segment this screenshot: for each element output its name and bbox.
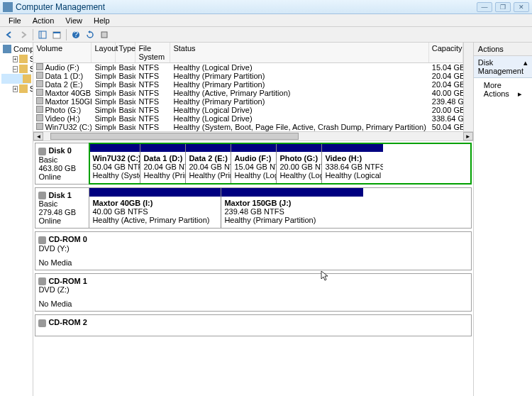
navigation-tree[interactable]: Computer Management +System Tools−Storag… — [0, 43, 33, 396]
cdrom-row[interactable]: CD-ROM 2 — [35, 314, 471, 336]
col-layout[interactable]: Layout — [92, 43, 116, 62]
expander-icon[interactable]: + — [13, 86, 18, 92]
expander-icon[interactable]: + — [13, 56, 18, 62]
settings-button[interactable] — [98, 28, 111, 41]
col-filesystem[interactable]: File System — [135, 43, 170, 62]
volume-status: Healthy (Logical Drive) — [170, 106, 428, 114]
partition-name: Audio (F:) — [234, 154, 273, 163]
center-pane: Volume Layout Type File System Status Ca… — [33, 43, 473, 396]
disk-info[interactable]: Disk 0Basic463.80 GBOnline — [35, 143, 89, 184]
tree-item[interactable]: Disk Management — [1, 74, 31, 84]
scroll-thumb[interactable] — [50, 133, 299, 140]
volume-fs: NTFS — [135, 106, 170, 114]
drive-icon — [36, 97, 43, 104]
volume-status: Healthy (Active, Primary Partition) — [170, 89, 428, 97]
volume-capacity: 15.04 GB — [429, 63, 463, 72]
partition-status: Healthy (Prima — [143, 171, 182, 180]
cdrom-status: No Media — [38, 258, 467, 267]
volume-row[interactable]: Video (H:)SimpleBasicNTFSHealthy (Logica… — [33, 114, 462, 123]
horizontal-scrollbar[interactable]: ◄ ► — [33, 131, 472, 141]
disk-status: Online — [38, 216, 86, 225]
expander-icon[interactable]: − — [13, 66, 18, 72]
actions-context-label: Disk Management — [478, 58, 523, 75]
col-type[interactable]: Type — [116, 43, 135, 62]
partition-status: Healthy (Logical Dri — [325, 171, 380, 180]
refresh-button[interactable] — [84, 28, 96, 41]
volume-row[interactable]: Maxtor 40GB (I:)SimpleBasicNTFSHealthy (… — [33, 89, 462, 97]
forward-button[interactable] — [17, 28, 30, 41]
disk-type: Basic — [38, 155, 86, 164]
partition[interactable]: Data 2 (E:)20.04 GB NTFSHealthy (Prima — [186, 143, 231, 184]
menu-action[interactable]: Action — [27, 15, 60, 26]
volume-row[interactable]: Data 1 (D:)SimpleBasicNTFSHealthy (Prima… — [33, 72, 462, 80]
close-button[interactable]: ✕ — [514, 2, 529, 12]
partition[interactable]: Video (H:)338.64 GB NTFSHealthy (Logical… — [322, 143, 383, 184]
minimize-button[interactable]: — — [477, 2, 492, 12]
volume-status: Healthy (System, Boot, Page File, Active… — [170, 123, 428, 131]
partition[interactable]: Win7U32 (C:)50.04 GB NTFSHealthy (System… — [89, 143, 140, 184]
volume-type: Basic — [116, 63, 135, 72]
scroll-left-button[interactable]: ◄ — [33, 132, 43, 141]
volume-row[interactable]: Data 2 (E:)SimpleBasicNTFSHealthy (Prima… — [33, 80, 462, 89]
back-button[interactable] — [3, 28, 16, 41]
volume-name: Maxtor 150GB (J:) — [45, 97, 92, 106]
volume-type: Basic — [116, 97, 135, 106]
volume-fs: NTFS — [135, 89, 170, 97]
disk-info[interactable]: Disk 1Basic279.48 GBOnline — [35, 188, 89, 229]
cdrom-icon — [38, 236, 46, 244]
tree-item[interactable]: +System Tools — [1, 54, 31, 64]
menu-help[interactable]: Help — [88, 15, 116, 26]
volume-fs: NTFS — [135, 97, 170, 106]
partition-name: Data 1 (D:) — [143, 154, 182, 163]
volume-row[interactable]: Win7U32 (C:)SimpleBasicNTFSHealthy (Syst… — [33, 123, 462, 131]
partition-name: Video (H:) — [325, 154, 380, 163]
more-actions[interactable]: More Actions ▸ — [474, 78, 532, 101]
col-capacity[interactable]: Capacity — [429, 43, 463, 62]
cdrom-row[interactable]: CD-ROM 0DVD (Y:)No Media — [35, 231, 471, 270]
partition-size: 20.00 GB NTFS — [279, 163, 318, 171]
tree-item[interactable]: −Storage — [1, 64, 31, 74]
scroll-right-button[interactable]: ► — [463, 132, 473, 141]
help-button[interactable]: ? — [70, 28, 82, 41]
properties-button[interactable] — [50, 28, 63, 41]
disk-size: 279.48 GB — [38, 208, 86, 216]
drive-icon — [36, 63, 43, 70]
partition-size: 239.48 GB NTFS — [224, 207, 360, 216]
volume-fs: NTFS — [135, 72, 170, 80]
tree-item[interactable]: +Services and Applicat — [1, 84, 31, 94]
partition[interactable]: Maxtor 150GB (J:)239.48 GB NTFSHealthy (… — [221, 188, 363, 229]
collapse-icon: ▴ — [523, 58, 528, 75]
volume-capacity: 20.04 GB — [429, 80, 463, 89]
partition[interactable]: Data 1 (D:)20.04 GB NTFSHealthy (Prima — [140, 143, 186, 184]
partition[interactable]: Maxtor 40GB (I:)40.00 GB NTFSHealthy (Ac… — [89, 188, 221, 229]
menu-view[interactable]: View — [60, 15, 88, 26]
volume-row[interactable]: Photo (G:)SimpleBasicNTFSHealthy (Logica… — [33, 106, 462, 114]
disk-size: 463.80 GB — [38, 164, 86, 172]
drive-icon — [36, 106, 43, 113]
volume-type: Basic — [116, 89, 135, 97]
maximize-button[interactable]: ❐ — [495, 2, 511, 12]
actions-context[interactable]: Disk Management ▴ — [474, 56, 532, 78]
menubar: File Action View Help — [0, 14, 532, 27]
volume-row[interactable]: Audio (F:)SimpleBasicNTFSHealthy (Logica… — [33, 63, 462, 72]
partition[interactable]: Photo (G:)20.00 GB NTFSHealthy (Logic — [277, 143, 322, 184]
titlebar: Computer Management — ❐ ✕ — [0, 0, 532, 14]
menu-file[interactable]: File — [3, 15, 27, 26]
show-hide-tree-button[interactable] — [36, 28, 49, 41]
volume-capacity: 20.00 GB — [429, 106, 463, 114]
partition-header — [89, 143, 140, 152]
partition-name: Win7U32 (C:) — [92, 154, 137, 163]
cdrom-icon — [38, 319, 46, 327]
volume-status: Healthy (Logical Drive) — [170, 63, 428, 72]
cdrom-row[interactable]: CD-ROM 1DVD (Z:)No Media — [35, 273, 471, 312]
volume-capacity: 40.00 GB — [429, 89, 463, 97]
volume-capacity: 338.64 GB — [429, 114, 463, 123]
cursor-icon — [321, 270, 329, 282]
volume-row[interactable]: Maxtor 150GB (J:)SimpleBasicNTFSHealthy … — [33, 97, 462, 106]
cdrom-name: CD-ROM 2 — [48, 318, 87, 326]
partition[interactable]: Audio (F:)15.04 GB NTFSHealthy (Logic — [231, 143, 277, 184]
col-status[interactable]: Status — [170, 43, 428, 62]
tree-root[interactable]: Computer Management — [1, 44, 31, 54]
folder-icon — [19, 55, 28, 63]
col-volume[interactable]: Volume — [33, 43, 92, 62]
